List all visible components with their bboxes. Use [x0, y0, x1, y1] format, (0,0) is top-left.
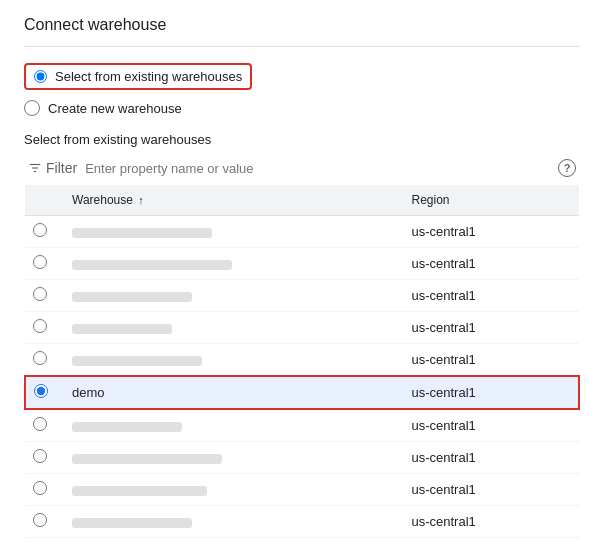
row-radio-cell	[25, 409, 60, 442]
row-radio[interactable]	[33, 481, 47, 495]
row-radio-cell	[25, 216, 60, 248]
table-row[interactable]: us-central1	[25, 312, 579, 344]
warehouse-header[interactable]: Warehouse ↑	[60, 185, 399, 216]
filter-label: Filter	[46, 160, 77, 176]
row-warehouse-name	[60, 442, 399, 474]
row-region: us-central1	[399, 280, 579, 312]
blurred-name	[72, 486, 207, 496]
row-warehouse-name	[60, 248, 399, 280]
warehouse-table: Warehouse ↑ Region us-central1us-central…	[24, 185, 580, 538]
row-radio-cell	[25, 474, 60, 506]
row-radio-cell	[25, 344, 60, 377]
row-warehouse-name	[60, 474, 399, 506]
row-region: us-central1	[399, 409, 579, 442]
radio-header	[25, 185, 60, 216]
blurred-name	[72, 454, 222, 464]
row-warehouse-name	[60, 216, 399, 248]
row-region: us-central1	[399, 506, 579, 538]
row-radio-cell	[25, 506, 60, 538]
row-radio[interactable]	[33, 287, 47, 301]
create-new-label: Create new warehouse	[48, 101, 182, 116]
blurred-name	[72, 422, 182, 432]
row-warehouse-name	[60, 409, 399, 442]
table-header-row: Warehouse ↑ Region	[25, 185, 579, 216]
row-warehouse-name	[60, 280, 399, 312]
create-new-radio[interactable]	[24, 100, 40, 116]
filter-input[interactable]	[85, 161, 550, 176]
section-title: Select from existing warehouses	[24, 132, 580, 147]
row-radio[interactable]	[33, 351, 47, 365]
region-header: Region	[399, 185, 579, 216]
row-warehouse-name	[60, 506, 399, 538]
page-title: Connect warehouse	[24, 16, 580, 47]
row-region: us-central1	[399, 376, 579, 409]
table-row[interactable]: us-central1	[25, 216, 579, 248]
row-radio[interactable]	[33, 319, 47, 333]
row-radio-cell	[25, 280, 60, 312]
table-row[interactable]: us-central1	[25, 344, 579, 377]
row-radio[interactable]	[33, 223, 47, 237]
row-region: us-central1	[399, 312, 579, 344]
help-icon[interactable]: ?	[558, 159, 576, 177]
filter-icon: Filter	[28, 160, 77, 176]
table-row[interactable]: us-central1	[25, 248, 579, 280]
row-radio-cell	[25, 312, 60, 344]
row-region: us-central1	[399, 216, 579, 248]
blurred-name	[72, 356, 202, 366]
row-warehouse-name	[60, 344, 399, 377]
blurred-name	[72, 518, 192, 528]
row-region: us-central1	[399, 474, 579, 506]
row-region: us-central1	[399, 344, 579, 377]
blurred-name	[72, 260, 232, 270]
row-region: us-central1	[399, 442, 579, 474]
row-radio[interactable]	[33, 255, 47, 269]
table-row[interactable]: us-central1	[25, 474, 579, 506]
row-warehouse-name: demo	[60, 376, 399, 409]
blurred-name	[72, 324, 172, 334]
select-existing-radio[interactable]	[34, 70, 47, 83]
blurred-name	[72, 228, 212, 238]
row-region: us-central1	[399, 248, 579, 280]
filter-bar: Filter ?	[24, 159, 580, 177]
row-radio[interactable]	[33, 513, 47, 527]
table-row[interactable]: us-central1	[25, 506, 579, 538]
row-radio[interactable]	[33, 417, 47, 431]
row-radio[interactable]	[34, 384, 48, 398]
row-radio-cell	[25, 248, 60, 280]
table-row[interactable]: us-central1	[25, 409, 579, 442]
table-row[interactable]: demous-central1	[25, 376, 579, 409]
create-new-radio-option[interactable]: Create new warehouse	[24, 100, 580, 116]
select-existing-label: Select from existing warehouses	[55, 69, 242, 84]
select-existing-radio-wrapper[interactable]: Select from existing warehouses	[24, 63, 252, 90]
row-radio[interactable]	[33, 449, 47, 463]
blurred-name	[72, 292, 192, 302]
row-radio-cell	[25, 376, 60, 409]
table-row[interactable]: us-central1	[25, 442, 579, 474]
row-warehouse-name	[60, 312, 399, 344]
sort-icon: ↑	[138, 194, 144, 206]
row-radio-cell	[25, 442, 60, 474]
table-row[interactable]: us-central1	[25, 280, 579, 312]
